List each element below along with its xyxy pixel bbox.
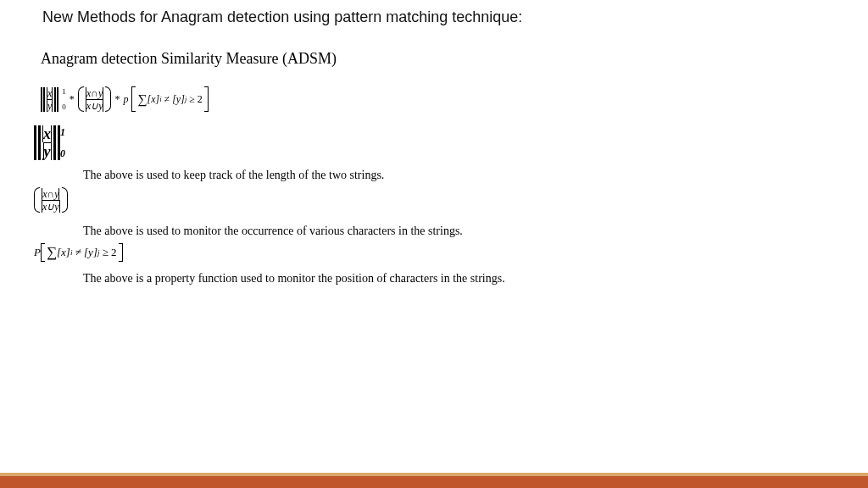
section-subtitle: Anagram detection Similarity Measure (AD… [0, 26, 868, 68]
explanation-3: The above is a property function used to… [0, 272, 868, 286]
page-title: New Methods for Anagram detection using … [0, 0, 868, 26]
formula-jaccard: x∩y x∪y [0, 187, 868, 213]
explanation-2: The above is used to monitor the occurre… [0, 225, 868, 238]
footer-decoration [0, 473, 868, 488]
formula-property: P ∑ [x]i ≠ [y]j ≥ 2 [0, 243, 868, 262]
formula-norm-large: x y 1 0 [0, 125, 868, 160]
explanation-1: The above is used to keep track of the l… [0, 169, 868, 182]
formula-main: x y 1 0 * x∩y x∪y * p ∑ [x]i ≠ [y]j [0, 86, 868, 112]
